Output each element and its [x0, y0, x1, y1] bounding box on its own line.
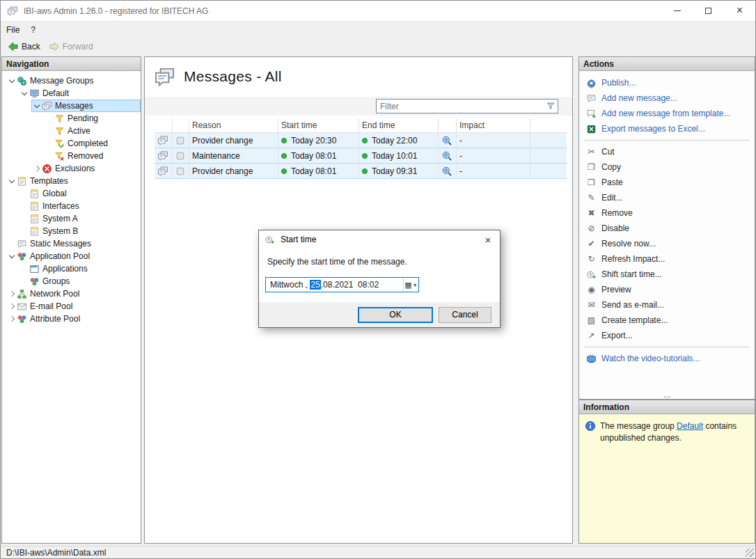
tree-item-email-pool[interactable]: E-mail Pool [2, 300, 141, 313]
default-group-link[interactable]: Default [677, 421, 703, 431]
minimize-button[interactable] [661, 1, 693, 21]
tree-item-interfaces[interactable]: Interfaces [2, 200, 141, 212]
column-header-reason[interactable]: Reason [189, 118, 278, 133]
menu-help[interactable]: ? [25, 23, 41, 37]
end-time-text: Today 10:01 [372, 151, 417, 161]
navigation-tree: Message Groups Default Messages Pending … [2, 71, 141, 325]
chevron-right-icon[interactable] [7, 301, 17, 311]
action-disable[interactable]: ⊘Disable [579, 221, 755, 236]
filter-field [376, 99, 558, 113]
tree-item-messages[interactable]: Messages [2, 100, 141, 112]
action-remove[interactable]: ✖Remove [579, 205, 755, 221]
calendar-dropdown-button[interactable]: ▦▼ [403, 278, 418, 292]
tree-item-exclusions[interactable]: Exclusions [2, 162, 141, 175]
filter-funnel-icon[interactable] [546, 101, 556, 111]
tree-item-applications[interactable]: Applications [2, 262, 141, 275]
start-time-icon [265, 235, 275, 245]
checkbox-icon[interactable] [175, 166, 185, 176]
active-status-icon [281, 168, 287, 174]
tree-item-application-pool[interactable]: Application Pool [2, 250, 141, 262]
messages-icon [42, 101, 52, 111]
chevron-down-icon[interactable] [7, 251, 17, 261]
action-copy[interactable]: ❐Copy [579, 159, 755, 175]
tree-item-global[interactable]: Global [2, 187, 141, 200]
tree-item-removed[interactable]: Removed [2, 150, 141, 162]
tree-item-system-b[interactable]: System B [2, 225, 141, 237]
tree-item-system-a[interactable]: System A [2, 212, 141, 225]
column-header-start-time[interactable]: Start time [278, 118, 359, 133]
checkbox-icon[interactable] [175, 136, 185, 145]
chevron-right-icon[interactable] [7, 314, 17, 324]
table-row[interactable]: Maintenance Today 08:01 Today 10:01 - [155, 148, 567, 164]
chevron-right-icon[interactable] [32, 164, 42, 173]
ok-button[interactable]: OK [358, 307, 433, 323]
computer-icon [29, 88, 40, 99]
chevron-none [7, 239, 17, 249]
checkbox-icon[interactable] [175, 151, 185, 161]
start-time-text: Today 08:01 [291, 151, 336, 161]
app-window-icon [29, 264, 40, 274]
action-label: Paste [601, 178, 623, 187]
chevron-none [19, 189, 29, 198]
action-resolve-now[interactable]: ✔Resolve now... [579, 236, 755, 251]
dialog-close-icon[interactable]: × [476, 230, 500, 249]
active-status-icon [281, 138, 287, 143]
preview-icon: ◉ [586, 285, 597, 295]
action-add-new-message[interactable]: Add new message... [579, 90, 755, 106]
actions-overflow-indicator[interactable]: ... [579, 391, 755, 398]
chevron-down-icon[interactable] [19, 88, 29, 98]
titlebar[interactable]: IBI-aws Admin 1.26.0 - registered for IB… [1, 1, 755, 22]
chevron-down-icon[interactable] [7, 176, 17, 186]
action-export[interactable]: ↗Export... [579, 328, 755, 343]
tree-item-default[interactable]: Default [2, 87, 141, 100]
tree-item-label: Groups [42, 276, 70, 286]
dialog-titlebar[interactable]: Start time × [259, 230, 500, 249]
tree-item-static-messages[interactable]: Static Messages [2, 237, 141, 250]
action-preview[interactable]: ◉Preview [579, 282, 755, 297]
cancel-button[interactable]: Cancel [439, 307, 491, 323]
tree-item-attribute-pool[interactable]: Attribute Pool [2, 313, 141, 325]
tree-item-network-pool[interactable]: Network Pool [2, 288, 141, 300]
resize-grip[interactable] [746, 549, 754, 557]
action-export-to-excel[interactable]: Export messages to Excel... [579, 121, 755, 136]
navigation-panel: Navigation Message Groups Default Messag… [1, 56, 141, 544]
action-add-message-from-template[interactable]: Add new message from template... [579, 106, 755, 121]
action-shift-start-time[interactable]: Shift start time... [579, 267, 755, 282]
table-row[interactable]: Provider change Today 20:30 Today 22:00 … [155, 133, 567, 148]
filter-input[interactable] [376, 99, 558, 113]
maximize-button[interactable] [693, 1, 724, 21]
action-paste[interactable]: ❒Paste [579, 175, 755, 190]
action-cut[interactable]: ✂Cut [579, 144, 755, 159]
action-publish[interactable]: Publish... [579, 75, 755, 90]
table-row[interactable]: Provider change Today 08:01 Today 09:31 … [155, 164, 567, 179]
tree-item-message-groups[interactable]: Message Groups [2, 74, 141, 87]
action-refresh-impact[interactable]: ↻Refresh Impact... [579, 251, 755, 267]
forward-button[interactable]: Forward [45, 40, 97, 54]
close-button[interactable]: × [724, 1, 755, 21]
tree-item-label: Applications [42, 264, 88, 274]
app-window: IBI-aws Admin 1.26.0 - registered for IB… [0, 0, 756, 559]
chevron-down-icon[interactable] [7, 76, 17, 86]
datetime-picker[interactable]: Mittwoch , 25.08.2021 08:02 ▦▼ [265, 277, 419, 292]
tree-item-active[interactable]: Active [2, 125, 141, 137]
action-create-template[interactable]: ▧Create template... [579, 313, 755, 328]
chevron-none [19, 276, 29, 286]
column-header-end-time[interactable]: End time [359, 118, 439, 133]
tree-item-groups[interactable]: Groups [2, 275, 141, 288]
dialog-body: Specify the start time of the message. M… [259, 249, 500, 292]
action-watch-video-tutorials[interactable]: Watch the video-tutorials... [579, 351, 755, 366]
action-edit[interactable]: ✎Edit... [579, 190, 755, 205]
balls-icon [29, 276, 40, 287]
tree-item-templates[interactable]: Templates [2, 175, 141, 187]
chevron-down-icon[interactable] [32, 101, 42, 111]
tree-item-pending[interactable]: Pending [2, 112, 141, 125]
menu-file[interactable]: File [1, 23, 25, 37]
column-header-impact[interactable]: Impact [457, 118, 530, 133]
column-header-filler [530, 118, 567, 133]
action-label: Add new message from template... [601, 109, 730, 118]
back-button[interactable]: Back [3, 40, 45, 54]
chevron-right-icon[interactable] [7, 289, 17, 299]
tree-item-completed[interactable]: Completed [2, 137, 141, 150]
action-send-as-email[interactable]: ✉Send as e-mail... [579, 297, 755, 313]
message-icon [157, 166, 168, 177]
